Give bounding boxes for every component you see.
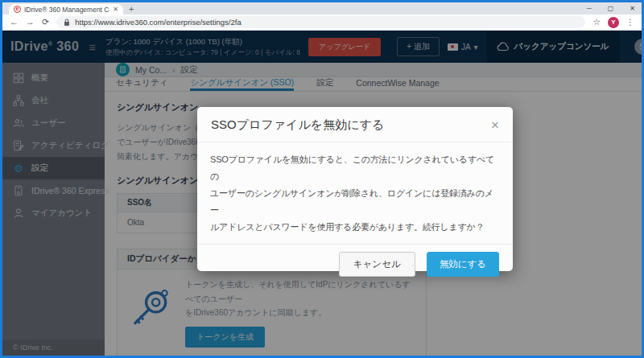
browser-profile-avatar[interactable]: Y xyxy=(608,17,619,28)
modal-footer: キャンセル 無効にする xyxy=(197,244,513,286)
address-bar: ← → ⟳ https://www.idrive360.com/enterpri… xyxy=(2,14,642,31)
tab-close-icon[interactable]: ✕ xyxy=(113,6,118,13)
lock-icon xyxy=(64,19,70,27)
url-field[interactable]: https://www.idrive360.com/enterprise/set… xyxy=(56,16,585,28)
modal-title: SSOプロファイルを無効にする xyxy=(211,117,384,133)
new-tab-button[interactable]: + xyxy=(129,4,134,14)
back-icon[interactable]: ← xyxy=(10,18,19,27)
forward-icon[interactable]: → xyxy=(26,18,35,27)
maximize-icon[interactable]: ▢ xyxy=(608,5,614,12)
window-controls: ─ ▢ ✕ xyxy=(587,2,635,14)
cancel-button[interactable]: キャンセル xyxy=(339,252,415,277)
url-text: https://www.idrive360.com/enterprise/set… xyxy=(75,18,241,27)
modal-header: SSOプロファイルを無効にする × xyxy=(197,107,513,142)
disable-sso-modal: SSOプロファイルを無効にする × SSOプロファイルを無効にすると、この方法に… xyxy=(197,107,513,271)
browser-tab[interactable]: e IDrive® 360 Management Conso ✕ xyxy=(9,4,123,14)
window-close-icon[interactable]: ✕ xyxy=(630,5,635,12)
bookmark-star-icon[interactable]: ☆ xyxy=(592,17,601,27)
modal-body-text: SSOプロファイルを無効にすると、この方法にリンクされているすべての ユーザーの… xyxy=(197,142,513,244)
browser-tab-strip: e IDrive® 360 Management Conso ✕ + ─ ▢ ✕ xyxy=(2,2,642,14)
reload-icon[interactable]: ⟳ xyxy=(42,18,49,27)
page-viewport: IDrive® 360 ≡ プラン: 1000 デバイス (1000 TB) (… xyxy=(2,31,642,356)
idrive-favicon-icon: e xyxy=(14,6,21,13)
tab-title: IDrive® 360 Management Conso xyxy=(24,6,109,14)
minimize-icon[interactable]: ─ xyxy=(587,5,592,12)
browser-menu-icon[interactable]: ⋮ xyxy=(626,18,634,27)
browser-window: e IDrive® 360 Management Conso ✕ + ─ ▢ ✕… xyxy=(0,0,644,358)
disable-button[interactable]: 無効にする xyxy=(427,252,499,277)
modal-close-icon[interactable]: × xyxy=(491,118,499,132)
